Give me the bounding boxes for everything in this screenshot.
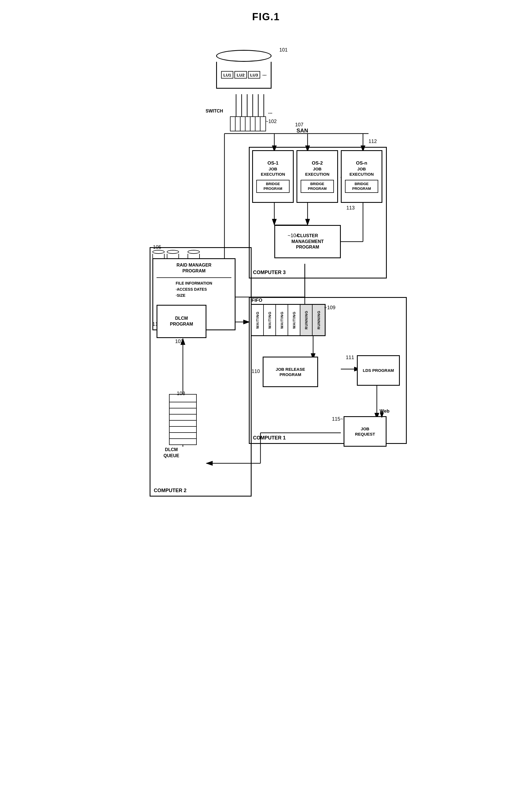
switch-label: SWITCH (206, 109, 223, 114)
fifo-queue: WAITING WAITING WAITING WAITING RUNNING … (251, 304, 326, 336)
fifo-cell-2: WAITING (264, 305, 276, 335)
job-release-box: JOB RELEASE PROGRAM (263, 356, 318, 387)
lu1-label: LU1 (221, 71, 233, 78)
lu-labels: LU1 LU2 LU3 ... (221, 71, 267, 78)
dlcm-queue (169, 394, 197, 445)
ref-111: 111 (346, 355, 354, 361)
ref-112: 112 (368, 139, 377, 144)
ref-108: 108 (177, 391, 185, 397)
ref-101: 101 (279, 47, 288, 53)
storage-cylinder: LU1 LU2 LU3 ... (216, 50, 272, 89)
computer3-label: COMPUTER 3 (253, 270, 286, 275)
ref-105: 105 (153, 244, 161, 250)
ref-109: ~109 (324, 305, 335, 311)
web-label: Web (380, 408, 390, 414)
fifo-cell-4: WAITING (288, 305, 300, 335)
lu2-label: LU2 (234, 71, 246, 78)
ref-110: 110 (252, 369, 260, 374)
switch-component (230, 116, 266, 131)
fifo-label: FIFO (252, 298, 262, 303)
job-request-box: JOB REQUEST (344, 416, 387, 447)
ellipsis-switch: ... (268, 109, 272, 115)
figure-title: FIG.1 (133, 11, 399, 23)
san-label: SAN (296, 127, 308, 134)
fifo-cell-5: RUNNING (300, 305, 313, 335)
computer3-box: COMPUTER 3 (249, 147, 387, 278)
ref-115: 115~ (332, 416, 343, 422)
fifo-cell-3: WAITING (276, 305, 288, 335)
computer1-label: COMPUTER 1 (253, 435, 286, 441)
ref-103: 103 (175, 338, 183, 345)
lu3-label: LU3 (248, 71, 260, 78)
ref-107: 107 (295, 122, 304, 128)
ref-102: ~102 (265, 118, 277, 124)
ref-104: ~104 (288, 233, 299, 239)
dlcm-program-box: DLCM PROGRAM (157, 305, 206, 338)
fifo-cell-1: WAITING (252, 305, 264, 335)
lds-program-box: LDS PROGRAM (357, 355, 400, 386)
computer2-label: COMPUTER 2 (154, 488, 186, 494)
cluster-mgmt-box: CLUSTER MANAGEMENT PROGRAM (274, 225, 341, 258)
fifo-cell-6: RUNNING (313, 305, 325, 335)
dlcm-queue-label: DLCMQUEUE (164, 447, 179, 459)
